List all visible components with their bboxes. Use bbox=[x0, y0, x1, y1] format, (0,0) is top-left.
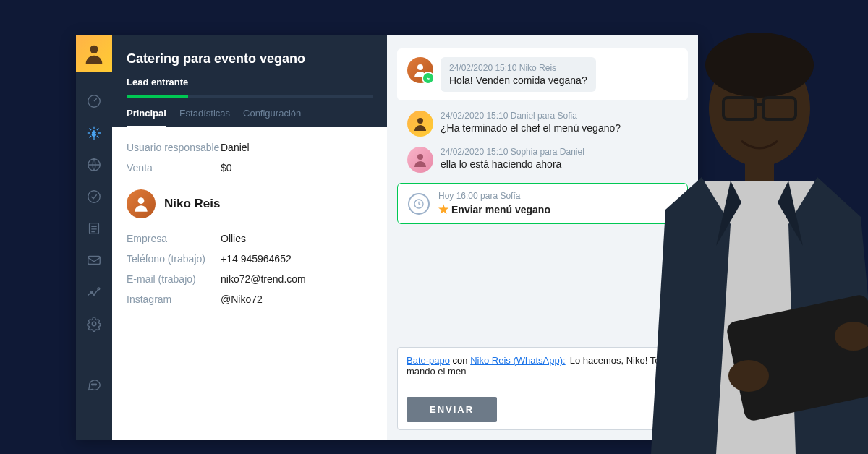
field-sale: Venta $0 bbox=[127, 162, 373, 174]
svg-rect-6 bbox=[88, 257, 101, 265]
lead-body: Usuario responsable Daniel Venta $0 Niko… bbox=[112, 127, 387, 440]
svg-point-27 bbox=[728, 360, 769, 392]
send-button[interactable]: ENVIAR bbox=[407, 397, 497, 422]
avatar-daniel bbox=[407, 111, 433, 137]
note-meta: 24/02/2020 15:10 Sophia para Daniel bbox=[441, 147, 584, 157]
internal-note[interactable]: 24/02/2020 15:10 Daniel para Sofia ¿Ha t… bbox=[397, 111, 688, 137]
value-instagram[interactable]: @Niko72 bbox=[221, 294, 263, 305]
dashboard-icon[interactable] bbox=[86, 93, 102, 109]
field-company: Empresa Ollies bbox=[127, 233, 373, 244]
svg-point-4 bbox=[88, 191, 101, 203]
svg-point-21 bbox=[705, 33, 814, 98]
lists-icon[interactable] bbox=[86, 220, 102, 236]
label-phone: Teléfono (trabajo) bbox=[127, 253, 221, 265]
composer-context: Bate-papo con Niko Reis (WhatsApp):Lo ha… bbox=[407, 355, 678, 377]
tab-config[interactable]: Configuración bbox=[243, 108, 301, 127]
lead-stage[interactable]: Lead entrante bbox=[127, 77, 373, 93]
avatar-niko bbox=[407, 57, 433, 83]
contact-name: Niko Reis bbox=[164, 197, 220, 211]
value-email[interactable]: niko72@trend.com bbox=[221, 273, 306, 285]
svg-rect-25 bbox=[745, 155, 774, 181]
note-text: ¿Ha terminado el chef el menú vegano? bbox=[441, 122, 621, 134]
message-composer[interactable]: Bate-papo con Niko Reis (WhatsApp):Lo ha… bbox=[397, 347, 688, 430]
value-sale[interactable]: $0 bbox=[221, 162, 232, 174]
task-card[interactable]: Hoy 16:00 para Sofía ★Enviar menú vegano bbox=[397, 183, 688, 224]
user-avatar[interactable] bbox=[76, 35, 112, 72]
leads-icon[interactable]: $ bbox=[86, 125, 102, 141]
svg-point-13 bbox=[95, 384, 96, 385]
svg-point-0 bbox=[90, 46, 98, 53]
svg-point-11 bbox=[92, 384, 93, 385]
contact-block[interactable]: Niko Reis bbox=[127, 189, 373, 218]
svg-point-12 bbox=[93, 384, 94, 385]
svg-text:$: $ bbox=[92, 130, 95, 137]
avatar-sophia bbox=[407, 147, 433, 173]
chat-icon[interactable] bbox=[86, 377, 102, 393]
lead-title: Catering para evento vegano bbox=[127, 51, 373, 67]
label-email: E-mail (trabajo) bbox=[127, 273, 221, 285]
clock-icon bbox=[408, 193, 430, 215]
stage-progress bbox=[127, 95, 373, 98]
field-email: E-mail (trabajo) niko72@trend.com bbox=[127, 273, 373, 285]
svg-point-15 bbox=[417, 64, 423, 70]
message-meta: 24/02/2020 15:10 Niko Reis bbox=[449, 63, 587, 73]
message-text: Hola! Venden comida vegana? bbox=[449, 74, 587, 86]
settings-icon[interactable] bbox=[86, 316, 102, 332]
value-phone[interactable]: +14 945964652 bbox=[221, 253, 292, 265]
chat-type-link[interactable]: Bate-papo bbox=[407, 355, 450, 366]
nav-rail: $ bbox=[76, 35, 112, 440]
contact-avatar bbox=[127, 189, 156, 218]
svg-point-9 bbox=[98, 288, 100, 290]
svg-rect-22 bbox=[723, 98, 756, 119]
svg-point-16 bbox=[417, 118, 423, 124]
whatsapp-icon bbox=[422, 72, 435, 85]
tab-stats[interactable]: Estadísticas bbox=[179, 108, 230, 127]
star-icon: ★ bbox=[438, 202, 448, 216]
label-company: Empresa bbox=[127, 233, 221, 244]
lead-tabs: Principal Estadísticas Configuración bbox=[127, 108, 373, 127]
svg-point-20 bbox=[709, 51, 810, 166]
tab-principal[interactable]: Principal bbox=[127, 108, 166, 127]
analytics-icon[interactable] bbox=[86, 284, 102, 300]
label-sale: Venta bbox=[127, 162, 221, 174]
svg-point-28 bbox=[835, 322, 868, 351]
message-bubble: 24/02/2020 15:10 Niko Reis Hola! Venden … bbox=[441, 57, 596, 92]
svg-point-10 bbox=[92, 322, 96, 326]
internal-note[interactable]: 24/02/2020 15:10 Sophia para Daniel ella… bbox=[397, 147, 688, 173]
svg-point-17 bbox=[417, 154, 423, 160]
note-meta: 24/02/2020 15:10 Daniel para Sofia bbox=[441, 111, 621, 121]
value-responsible[interactable]: Daniel bbox=[221, 142, 250, 153]
lead-panel: Catering para evento vegano Lead entrant… bbox=[112, 35, 387, 440]
note-text: ella lo está haciendo ahora bbox=[441, 158, 584, 170]
svg-rect-26 bbox=[726, 294, 868, 423]
field-responsible: Usuario responsable Daniel bbox=[127, 142, 373, 153]
task-meta: Hoy 16:00 para Sofía bbox=[438, 191, 550, 201]
mail-icon[interactable] bbox=[86, 252, 102, 268]
field-instagram: Instagram @Niko72 bbox=[127, 294, 373, 305]
label-instagram: Instagram bbox=[127, 294, 221, 305]
crm-window: $ Catering para evento vegano Lead entra… bbox=[76, 35, 698, 440]
incoming-message[interactable]: 24/02/2020 15:10 Niko Reis Hola! Venden … bbox=[397, 48, 688, 100]
chat-panel: 24/02/2020 15:10 Niko Reis Hola! Venden … bbox=[387, 35, 698, 440]
svg-point-14 bbox=[138, 197, 145, 204]
lead-header: Catering para evento vegano Lead entrant… bbox=[112, 35, 387, 127]
chat-recipient-link[interactable]: Niko Reis (WhatsApp): bbox=[470, 355, 565, 366]
task-title: ★Enviar menú vegano bbox=[438, 202, 550, 216]
svg-rect-23 bbox=[763, 98, 796, 119]
tasks-icon[interactable] bbox=[86, 189, 102, 205]
contacts-icon[interactable] bbox=[86, 157, 102, 173]
value-company[interactable]: Ollies bbox=[221, 233, 246, 244]
label-responsible: Usuario responsable bbox=[127, 142, 221, 153]
field-phone: Teléfono (trabajo) +14 945964652 bbox=[127, 253, 373, 265]
